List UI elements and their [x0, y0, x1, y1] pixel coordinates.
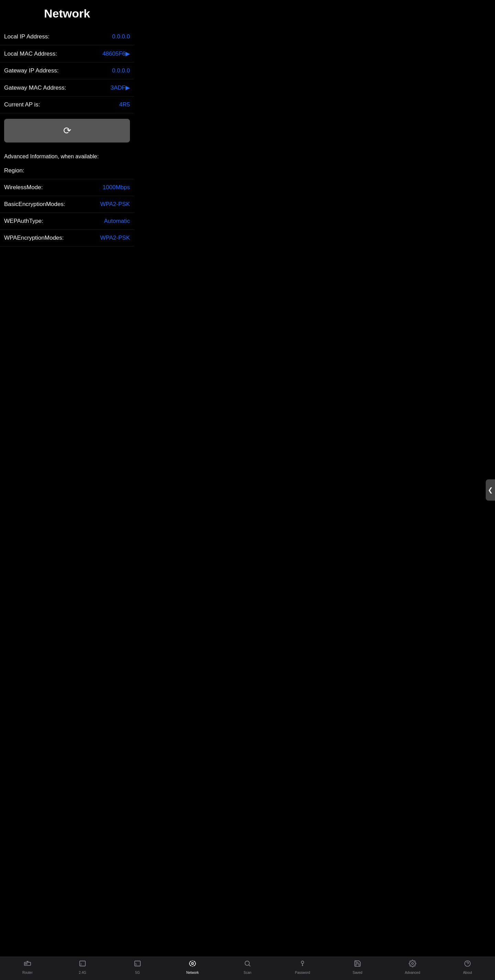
refresh-button[interactable]: ⟳ — [4, 119, 130, 143]
basic-encryption-value: WPA2-PSK — [65, 201, 130, 208]
gateway-mac-row: Gateway MAC Address: 3ADF▶ — [0, 79, 134, 97]
region-row: Region: — [0, 162, 134, 179]
refresh-button-row: ⟳ — [0, 116, 134, 145]
local-ip-label: Local IP Address: — [4, 33, 50, 40]
local-ip-row: Local IP Address: 0.0.0.0 — [0, 29, 134, 45]
advanced-info-header: Advanced Information, when available: — [0, 148, 134, 162]
region-label: Region: — [4, 167, 24, 174]
refresh-icon: ⟳ — [63, 125, 71, 136]
wpa-encryption-row: WPAEncryptionModes: WPA2-PSK — [0, 230, 134, 247]
basic-encryption-row: BasicEncryptionModes: WPA2-PSK — [0, 196, 134, 213]
local-mac-label: Local MAC Address: — [4, 51, 57, 57]
local-ip-value: 0.0.0.0 — [50, 33, 130, 40]
current-ap-row: Current AP is: 4R5 — [0, 97, 134, 113]
current-ap-value: 4R5 — [40, 101, 130, 108]
wep-auth-label: WEPAuthType: — [4, 218, 43, 224]
gateway-ip-row: Gateway IP Address: 0.0.0.0 — [0, 62, 134, 79]
gateway-mac-label: Gateway MAC Address: — [4, 84, 66, 91]
gateway-mac-value: 3ADF▶ — [66, 84, 130, 91]
gateway-ip-value: 0.0.0.0 — [58, 67, 130, 74]
wireless-mode-row: WirelessMode: 1000Mbps — [0, 179, 134, 196]
gateway-ip-label: Gateway IP Address: — [4, 67, 58, 74]
wpa-encryption-value: WPA2-PSK — [64, 234, 130, 242]
wireless-mode-value: 1000Mbps — [43, 184, 130, 191]
basic-encryption-label: BasicEncryptionModes: — [4, 201, 65, 208]
wep-auth-value: Automatic — [43, 218, 130, 224]
local-mac-row: Local MAC Address: 48605F6▶ — [0, 45, 134, 62]
wireless-mode-label: WirelessMode: — [4, 184, 43, 191]
page-title: Network — [0, 0, 134, 29]
local-mac-value: 48605F6▶ — [57, 50, 130, 57]
wpa-encryption-label: WPAEncryptionModes: — [4, 234, 64, 242]
current-ap-label: Current AP is: — [4, 101, 40, 108]
wep-auth-row: WEPAuthType: Automatic — [0, 213, 134, 230]
